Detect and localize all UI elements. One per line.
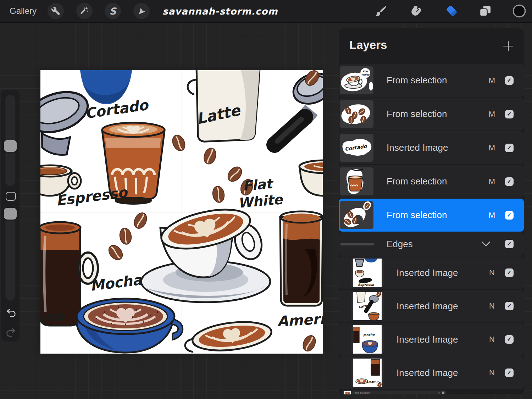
layer-row[interactable]: MochaInserted ImageN✓ — [339, 323, 524, 356]
svg-text:White: White — [361, 73, 370, 76]
redo-arrow-icon — [6, 332, 16, 338]
blend-mode-badge[interactable]: N — [484, 323, 500, 356]
layer-list: FlatWhiteFrom selectionM✓From selectionM… — [339, 64, 524, 394]
side-toolbar — [1, 90, 20, 342]
layer-visibility-checkbox[interactable]: ✓ — [505, 177, 514, 186]
layers-panel-title: Layers — [349, 38, 387, 52]
redo-button[interactable] — [6, 328, 16, 339]
magic-wand-icon — [80, 6, 89, 16]
layer-thumbnail[interactable] — [340, 243, 374, 245]
layer-row[interactable]: From selectionM✓ — [339, 165, 524, 198]
layer-name: From selection — [387, 165, 447, 198]
eraser-icon — [445, 4, 459, 20]
brush-icon — [375, 4, 388, 19]
layer-row[interactable]: From selectionM✓ — [339, 98, 524, 131]
partial-label-mo: mo — [40, 308, 66, 325]
layer-thumbnail[interactable]: Mocha — [351, 325, 384, 354]
smudge-tool-button[interactable] — [409, 5, 423, 19]
bottom-cup-art — [185, 318, 273, 354]
layer-name: From selection — [354, 390, 370, 394]
top-toolbar: Gallery S savannah-storm.com — [0, 0, 532, 23]
blend-mode-badge[interactable]: M — [484, 199, 500, 232]
add-layer-button[interactable] — [502, 40, 515, 52]
layer-row[interactable]: EspressoInserted ImageN✓ — [339, 256, 524, 289]
layer-name: From selection — [387, 64, 447, 97]
layer-thumbnail[interactable] — [340, 167, 373, 195]
undo-button[interactable] — [6, 308, 16, 319]
blend-mode-badge[interactable]: M — [437, 390, 440, 394]
layer-row[interactable]: FlatWhiteFrom selectionM✓ — [339, 64, 524, 97]
brush-tool-button[interactable] — [374, 5, 388, 19]
layer-thumbnail[interactable] — [344, 391, 351, 395]
drawing-canvas[interactable]: Cortado Espresso Latte — [40, 70, 323, 354]
layer-row[interactable]: LatteInserted ImageN✓ — [339, 290, 524, 322]
layer-thumbnail[interactable]: Espresso — [351, 259, 384, 287]
modify-button[interactable] — [6, 192, 16, 201]
layer-group-row[interactable]: Edges✓ — [339, 232, 524, 256]
layer-visibility-checkbox[interactable] — [442, 392, 444, 394]
layer-name: Inserted Image — [387, 131, 448, 164]
layers-panel-button[interactable] — [478, 5, 492, 19]
layer-visibility-checkbox[interactable]: ✓ — [505, 302, 514, 310]
layer-name: Inserted Image — [397, 356, 458, 389]
layer-name: Inserted Image — [397, 256, 458, 289]
mocha-cup-art — [77, 299, 183, 353]
layer-name: Inserted Image — [397, 323, 458, 356]
selection-s-icon: S — [109, 6, 116, 17]
layers-panel: Layers FlatWhiteFrom selectionM✓From sel… — [339, 28, 524, 394]
layer-visibility-checkbox[interactable]: ✓ — [505, 144, 514, 152]
layer-visibility-checkbox[interactable]: ✓ — [505, 211, 514, 220]
adjustments-button[interactable] — [76, 3, 93, 19]
layer-visibility-checkbox[interactable]: ✓ — [505, 268, 514, 277]
blend-mode-badge[interactable]: M — [484, 165, 500, 198]
blend-mode-badge[interactable]: N — [484, 256, 500, 289]
layers-panel-header: Layers — [339, 28, 524, 64]
transform-button[interactable] — [133, 3, 150, 19]
layer-name: Edges — [387, 232, 413, 256]
blend-mode-badge[interactable]: N — [484, 290, 500, 322]
layer-visibility-checkbox[interactable]: ✓ — [505, 335, 514, 344]
blend-mode-badge[interactable]: N — [484, 356, 500, 389]
chevron-down-icon[interactable] — [481, 232, 491, 256]
layer-thumbnail[interactable]: America — [351, 359, 384, 387]
americano-glass-art — [280, 211, 323, 306]
gallery-button[interactable]: Gallery — [10, 0, 37, 22]
canvas-title: savannah-storm.com — [162, 0, 278, 22]
wrench-icon — [51, 6, 60, 16]
coffee-pattern-artwork: Cortado Espresso Latte — [40, 70, 323, 354]
layer-visibility-checkbox[interactable]: ✓ — [505, 240, 514, 248]
actions-button[interactable] — [48, 3, 64, 19]
opacity-handle[interactable] — [4, 208, 17, 220]
selection-button[interactable]: S — [105, 3, 121, 19]
brush-size-handle[interactable] — [4, 140, 17, 152]
layer-thumbnail[interactable]: Latte — [351, 292, 384, 320]
layer-name: From selection — [387, 98, 447, 131]
layer-row[interactable]: CortadoInserted ImageM✓ — [339, 131, 524, 164]
layer-visibility-checkbox[interactable]: ✓ — [505, 76, 514, 85]
layer-row[interactable]: From selectionM✓ — [339, 199, 524, 232]
partial-label-america: America — [277, 310, 323, 329]
svg-text:Flat: Flat — [362, 70, 368, 73]
layer-thumbnail[interactable]: FlatWhite — [340, 66, 373, 94]
erase-tool-button[interactable] — [445, 5, 459, 19]
layer-visibility-checkbox[interactable]: ✓ — [505, 368, 514, 377]
blend-mode-badge[interactable]: M — [484, 98, 500, 131]
smudge-finger-icon — [410, 4, 423, 19]
layer-thumbnail[interactable]: Cortado — [340, 134, 373, 162]
layer-row[interactable]: AmericaInserted ImageN✓ — [339, 356, 524, 389]
layer-visibility-checkbox[interactable]: ✓ — [505, 110, 514, 118]
layer-row[interactable]: From selectionM — [342, 390, 446, 394]
layer-thumbnail[interactable] — [340, 201, 373, 229]
blend-mode-badge[interactable]: M — [484, 131, 500, 164]
color-swatch-icon — [512, 4, 526, 20]
svg-text:Espresso: Espresso — [358, 283, 374, 287]
center-flat-white-cup-art — [141, 202, 270, 302]
opacity-slider[interactable] — [5, 207, 16, 301]
flat-white-edge-cup-art — [299, 160, 323, 196]
blend-mode-badge[interactable]: M — [484, 64, 500, 97]
transform-arrow-icon — [137, 6, 146, 16]
layer-thumbnail[interactable] — [340, 100, 373, 128]
flat-white-label-line1: Flat — [242, 176, 275, 194]
color-button[interactable] — [512, 5, 526, 19]
layer-name: Inserted Image — [397, 290, 458, 322]
